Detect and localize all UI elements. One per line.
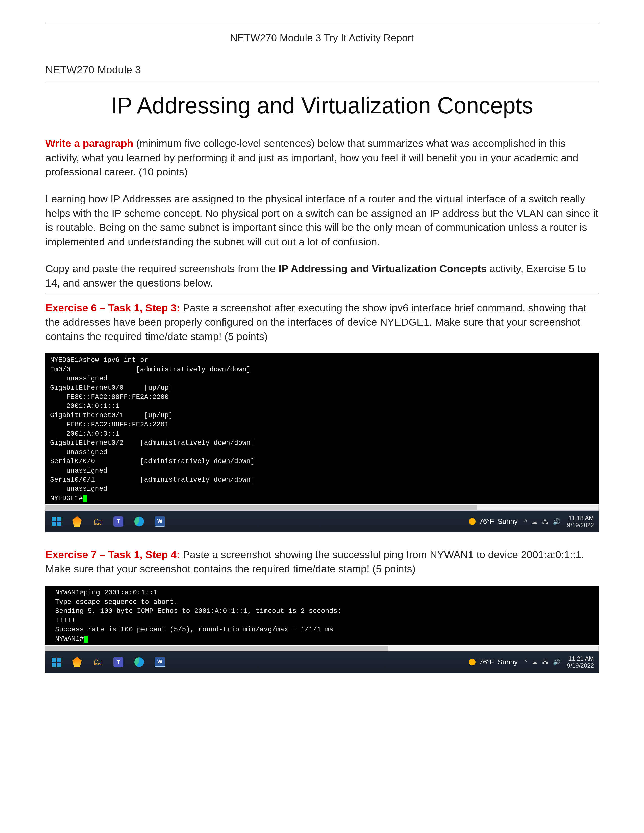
top-rule	[45, 23, 599, 24]
system-tray[interactable]: ^ ☁ 🖧 🔊	[524, 518, 560, 526]
exercise-7-paragraph: Exercise 7 – Task 1, Step 4: Paste a scr…	[45, 547, 599, 576]
t1-l10: unassigned	[50, 449, 107, 456]
t2-l4: Success rate is 100 percent (5/5), round…	[55, 626, 333, 634]
t2-l2: Sending 5, 100-byte ICMP Echos to 2001:A…	[55, 607, 341, 615]
weather-widget[interactable]: 76°F Sunny	[469, 657, 518, 667]
power-icon[interactable]	[71, 516, 83, 527]
edge-icon[interactable]	[134, 516, 145, 527]
clock[interactable]: 11:18 AM 9/19/2022	[567, 515, 594, 529]
edge-icon[interactable]	[134, 656, 145, 668]
body-paragraph: Learning how IP Addresses are assigned t…	[45, 192, 599, 249]
page-title: IP Addressing and Virtualization Concept…	[45, 90, 599, 121]
module-line: NETW270 Module 3	[45, 63, 599, 77]
terminal-1-scrollbar[interactable]	[45, 505, 599, 511]
cursor-icon	[83, 495, 87, 502]
exercise-6-label: Exercise 6 – Task 1, Step 3:	[45, 302, 180, 314]
t1-l8: 2001:A:0:3::1	[50, 430, 119, 438]
copy-paragraph: Copy and paste the required screenshots …	[45, 262, 599, 290]
header-rule	[45, 82, 599, 82]
t1-l5: 2001:A:0:1::1	[50, 402, 119, 410]
weather-cond: Sunny	[498, 657, 518, 667]
terminal-1-screenshot: NYEDGE1#show ipv6 int br Em0/0 [administ…	[45, 353, 599, 532]
t1-l9: GigabitEthernet0/2 [administratively dow…	[50, 439, 254, 447]
clock-time: 11:18 AM	[567, 515, 594, 522]
file-explorer-icon[interactable]: 🗂	[92, 656, 103, 668]
terminal-1-output: NYEDGE1#show ipv6 int br Em0/0 [administ…	[45, 353, 599, 504]
page-header: NETW270 Module 3 Try It Activity Report	[45, 31, 599, 45]
intro-label: Write a paragraph	[45, 138, 134, 149]
t1-l14: unassigned	[50, 485, 107, 493]
word-icon[interactable]: W	[154, 516, 166, 527]
onedrive-icon[interactable]: ☁	[531, 518, 538, 526]
t1-l3: GigabitEthernet0/0 [up/up]	[50, 384, 173, 392]
intro-paragraph: Write a paragraph (minimum five college-…	[45, 136, 599, 179]
weather-temp: 76°F	[479, 517, 494, 527]
teams-icon[interactable]: T	[113, 516, 124, 527]
weather-cond: Sunny	[498, 517, 518, 527]
network-icon[interactable]: 🖧	[542, 518, 548, 526]
t1-l6: GigabitEthernet0/1 [up/up]	[50, 412, 173, 419]
t2-l0: NYWAN1#ping 2001:a:0:1::1	[55, 589, 157, 597]
system-tray[interactable]: ^ ☁ 🖧 🔊	[524, 658, 560, 666]
taskbar-2-left: 🗂 T W	[48, 656, 166, 668]
copy-pre: Copy and paste the required screenshots …	[45, 263, 279, 274]
weather-temp: 76°F	[479, 657, 494, 667]
start-button[interactable]	[50, 516, 62, 527]
teams-icon[interactable]: T	[113, 656, 124, 668]
t1-l13: Serial0/0/1 [administratively down/down]	[50, 476, 254, 484]
chevron-up-icon[interactable]: ^	[524, 518, 527, 526]
sun-icon	[469, 659, 475, 666]
terminal-2-scrollbar[interactable]	[45, 646, 599, 651]
clock-time: 11:21 AM	[567, 655, 594, 662]
t1-l0: NYEDGE1#show ipv6 int br	[50, 356, 148, 364]
taskbar-1: 🗂 T W 76°F Sunny ^ ☁ 🖧 🔊 11:18 AM 9/19/2…	[45, 511, 599, 532]
t1-l4: FE80::FAC2:88FF:FE2A:2200	[50, 393, 169, 401]
t2-l1: Type escape sequence to abort.	[55, 598, 178, 606]
copy-bold: IP Addressing and Virtualization Concept…	[279, 263, 487, 274]
t1-l15: NYEDGE1#	[50, 495, 83, 502]
taskbar-2-right: 76°F Sunny ^ ☁ 🖧 🔊 11:21 AM 9/19/2022	[469, 655, 594, 669]
word-icon[interactable]: W	[154, 656, 166, 668]
section-rule-1	[45, 293, 599, 293]
windows-icon	[52, 517, 61, 526]
exercise-6-paragraph: Exercise 6 – Task 1, Step 3: Paste a scr…	[45, 301, 599, 344]
t1-l12: unassigned	[50, 467, 107, 474]
power-icon[interactable]	[71, 656, 83, 668]
t1-l1: Em0/0 [administratively down/down]	[50, 366, 251, 373]
terminal-2-screenshot: NYWAN1#ping 2001:a:0:1::1 Type escape se…	[45, 585, 599, 673]
cursor-icon	[84, 635, 88, 643]
taskbar-2: 🗂 T W 76°F Sunny ^ ☁ 🖧 🔊 11:21 AM 9/19/2…	[45, 651, 599, 673]
file-explorer-icon[interactable]: 🗂	[92, 516, 103, 527]
taskbar-1-right: 76°F Sunny ^ ☁ 🖧 🔊 11:18 AM 9/19/2022	[469, 515, 594, 529]
weather-widget[interactable]: 76°F Sunny	[469, 517, 518, 527]
terminal-2-output: NYWAN1#ping 2001:a:0:1::1 Type escape se…	[45, 585, 599, 645]
volume-icon[interactable]: 🔊	[553, 518, 560, 526]
t1-l2: unassigned	[50, 375, 107, 383]
scrollbar-thumb[interactable]	[46, 646, 388, 651]
taskbar-1-left: 🗂 T W	[48, 516, 166, 527]
sun-icon	[469, 518, 475, 525]
exercise-7-label: Exercise 7 – Task 1, Step 4:	[45, 549, 180, 560]
windows-icon	[52, 658, 61, 667]
t1-l7: FE80::FAC2:88FF:FE2A:2201	[50, 421, 169, 428]
clock[interactable]: 11:21 AM 9/19/2022	[567, 655, 594, 669]
network-icon[interactable]: 🖧	[542, 658, 548, 666]
chevron-up-icon[interactable]: ^	[524, 658, 527, 666]
t2-l3: !!!!!	[55, 617, 76, 624]
t2-l5: NYWAN1#	[55, 635, 84, 643]
clock-date: 9/19/2022	[567, 662, 594, 669]
start-button[interactable]	[50, 656, 62, 668]
onedrive-icon[interactable]: ☁	[531, 658, 538, 666]
volume-icon[interactable]: 🔊	[553, 658, 560, 666]
t1-l11: Serial0/0/0 [administratively down/down]	[50, 458, 254, 465]
clock-date: 9/19/2022	[567, 521, 594, 529]
scrollbar-thumb[interactable]	[46, 505, 477, 510]
